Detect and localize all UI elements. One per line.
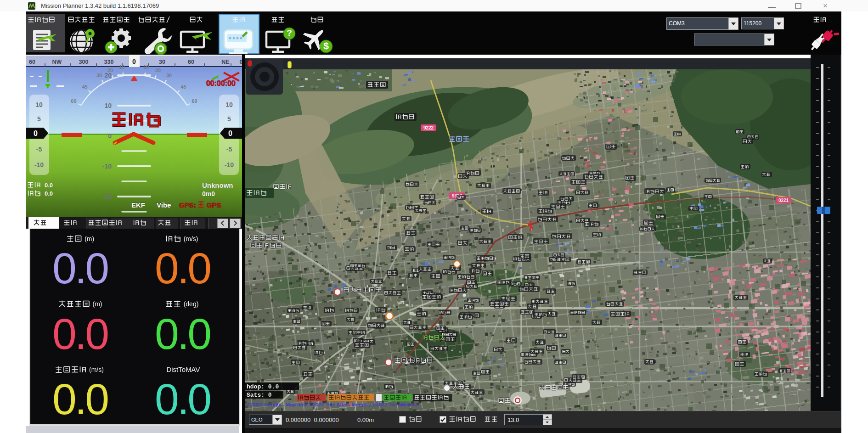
- svg-text:60: 60: [71, 98, 76, 104]
- svg-text:-10: -10: [34, 161, 44, 169]
- svg-text:300: 300: [79, 59, 89, 65]
- svg-text:-10: -10: [225, 161, 234, 169]
- svg-text:©2022 Google - Map data ©2022: ©2022 Google - Map data ©2022 Tele Atlas…: [248, 402, 419, 407]
- svg-text:60: 60: [29, 59, 35, 65]
- svg-text:EKF: EKF: [131, 201, 145, 209]
- svg-text:0.0: 0.0: [45, 182, 53, 189]
- svg-text:45: 45: [180, 84, 186, 90]
- svg-text:0: 0: [132, 58, 136, 65]
- svg-text:5: 5: [37, 115, 41, 123]
- svg-text:5: 5: [227, 115, 231, 123]
- svg-text:60: 60: [188, 59, 194, 65]
- svg-text:330: 330: [104, 59, 114, 65]
- svg-text:0: 0: [228, 129, 232, 137]
- svg-text:Vibe: Vibe: [157, 201, 171, 209]
- svg-text:60: 60: [192, 98, 197, 104]
- svg-text:10: 10: [225, 101, 233, 108]
- svg-text:20: 20: [155, 67, 161, 73]
- svg-text:10: 10: [143, 64, 149, 70]
- svg-text:10: 10: [104, 102, 112, 109]
- svg-text:0m0: 0m0: [202, 190, 215, 197]
- svg-text:45: 45: [82, 84, 87, 90]
- svg-text:0: 0: [108, 132, 112, 140]
- svg-text:0: 0: [34, 129, 38, 137]
- svg-text:NE: NE: [221, 59, 229, 65]
- svg-text:30: 30: [96, 73, 102, 78]
- svg-text:$: $: [323, 40, 329, 51]
- svg-text:10: 10: [119, 64, 124, 70]
- svg-text:-5: -5: [36, 146, 42, 153]
- svg-text:-5: -5: [226, 146, 232, 153]
- svg-text:-20: -20: [102, 193, 112, 200]
- svg-text:30: 30: [166, 73, 172, 78]
- svg-text:NW: NW: [52, 59, 62, 65]
- svg-text:GPS: GPS: [207, 201, 221, 209]
- svg-text:20: 20: [104, 72, 112, 79]
- svg-text:0: 0: [240, 59, 242, 65]
- svg-text:GPS:: GPS:: [179, 201, 196, 209]
- svg-text:00:00:00: 00:00:00: [206, 79, 236, 87]
- svg-text:10: 10: [35, 101, 43, 108]
- svg-text:-10: -10: [102, 163, 112, 170]
- svg-text:30: 30: [159, 59, 165, 65]
- svg-text:Unknown: Unknown: [202, 181, 233, 189]
- svg-text:0.0: 0.0: [45, 190, 53, 197]
- svg-text:?: ?: [287, 28, 292, 38]
